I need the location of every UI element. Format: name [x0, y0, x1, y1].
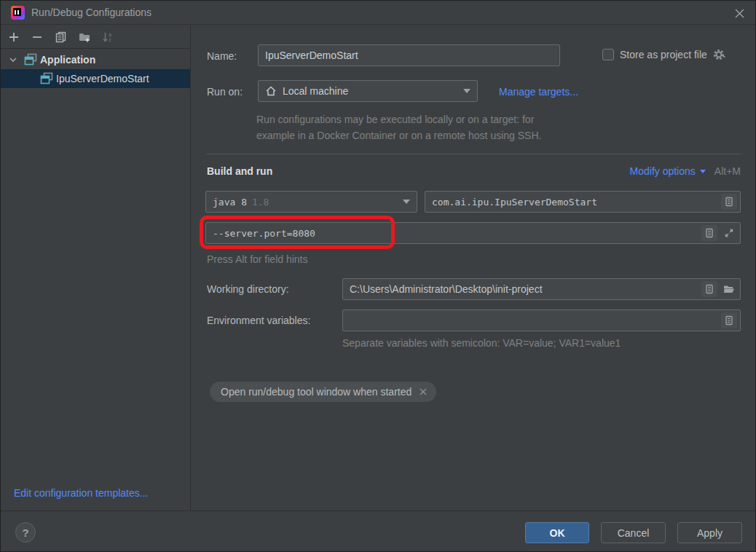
apply-button[interactable]: Apply: [677, 522, 742, 543]
application-icon: [24, 53, 37, 66]
section-divider: [207, 154, 741, 154]
help-button[interactable]: ?: [15, 522, 36, 543]
environment-variables-label: Environment variables:: [207, 315, 310, 326]
add-icon[interactable]: [8, 31, 20, 43]
edit-configuration-templates-link[interactable]: Edit configuration templates...: [14, 487, 148, 499]
store-as-project-file-label: Store as project file: [620, 49, 707, 60]
sort-alphabetically-icon[interactable]: a z: [102, 31, 114, 43]
remove-icon[interactable]: [31, 31, 43, 43]
tree-group-application[interactable]: Application: [1, 50, 190, 69]
combo-arrow-icon: [463, 89, 470, 93]
main-class-value: com.ai.ipu.IpuServerDemoStart: [432, 197, 721, 208]
name-input[interactable]: IpuServerDemoStart: [258, 44, 560, 66]
build-and-run-title: Build and run: [207, 165, 272, 177]
modify-options-link[interactable]: Modify options: [630, 165, 696, 177]
svg-text:z: z: [109, 37, 111, 43]
new-folder-icon[interactable]: [79, 31, 90, 43]
run-on-value: Local machine: [283, 85, 348, 97]
tree-group-label: Application: [40, 54, 95, 66]
environment-variables-input[interactable]: [342, 309, 741, 331]
manage-targets-link[interactable]: Manage targets...: [499, 86, 578, 98]
combo-arrow-icon: [403, 200, 410, 204]
help-button-label: ?: [22, 527, 28, 539]
program-arguments-input[interactable]: --server.port=8080: [205, 222, 741, 244]
configurations-sidebar: a z Application IpuServerDemoStart Edit …: [1, 25, 191, 510]
insert-macros-icon[interactable]: [721, 312, 737, 328]
environment-variables-hint: Separate variables with semicolon: VAR=v…: [342, 337, 621, 349]
modify-options-row: Modify options Alt+M: [630, 165, 741, 177]
working-directory-value: C:\Users\Administrator\Desktop\init-proj…: [350, 283, 701, 295]
run-on-help-text: Run configurations may be executed local…: [256, 111, 541, 143]
close-icon[interactable]: [732, 6, 747, 20]
insert-macros-icon[interactable]: [701, 225, 717, 241]
copy-icon[interactable]: [55, 31, 67, 43]
name-value: IpuServerDemoStart: [265, 50, 358, 61]
modify-options-shortcut: Alt+M: [714, 165, 741, 177]
run-on-combobox[interactable]: Local machine: [258, 80, 478, 102]
store-as-project-file-checkbox[interactable]: [602, 49, 614, 60]
working-directory-input[interactable]: C:\Users\Administrator\Desktop\init-proj…: [342, 278, 741, 300]
dialog-footer: ? OK Cancel Apply: [1, 510, 755, 552]
before-launch-chip[interactable]: Open run/debug tool window when started: [210, 382, 436, 402]
chevron-down-icon[interactable]: [8, 55, 18, 65]
configuration-editor: Name: IpuServerDemoStart Store as projec…: [192, 25, 756, 510]
gear-icon[interactable]: [713, 48, 726, 61]
ok-button-label: OK: [550, 527, 565, 539]
name-label: Name:: [207, 50, 237, 62]
sidebar-toolbar: a z: [1, 25, 190, 49]
chevron-down-icon: [700, 170, 706, 173]
home-icon: [265, 85, 277, 97]
cancel-button-label: Cancel: [618, 527, 650, 539]
browse-folder-icon[interactable]: [721, 281, 737, 297]
field-hint-text: Press Alt for field hints: [207, 253, 308, 265]
intellij-logo-icon: [11, 6, 25, 20]
apply-button-label: Apply: [697, 527, 722, 539]
insert-macros-icon[interactable]: [721, 194, 737, 210]
jre-combobox[interactable]: java 8 1.8: [205, 191, 417, 213]
main-class-input[interactable]: com.ai.ipu.IpuServerDemoStart: [425, 191, 741, 213]
jre-name: java 8: [213, 197, 247, 208]
working-directory-label: Working directory:: [207, 283, 289, 295]
application-icon: [40, 72, 53, 85]
run-debug-configurations-dialog: Run/Debug Configurations: [0, 0, 756, 552]
dialog-title: Run/Debug Configurations: [31, 7, 151, 18]
cancel-button[interactable]: Cancel: [601, 522, 666, 543]
ok-button[interactable]: OK: [525, 522, 589, 543]
tree-item-label: IpuServerDemoStart: [56, 73, 149, 84]
before-launch-chip-label: Open run/debug tool window when started: [221, 386, 412, 398]
program-arguments-value: --server.port=8080: [213, 228, 701, 239]
expand-field-icon[interactable]: [721, 225, 737, 241]
titlebar: Run/Debug Configurations: [1, 1, 755, 25]
chip-remove-icon[interactable]: [419, 387, 428, 396]
tree-item-ipuserverdemostart[interactable]: IpuServerDemoStart: [1, 69, 190, 88]
insert-macros-icon[interactable]: [701, 281, 717, 297]
jre-version: 1.8: [252, 197, 269, 208]
store-as-project-file-row: Store as project file: [602, 48, 726, 61]
run-on-label: Run on:: [207, 86, 243, 98]
